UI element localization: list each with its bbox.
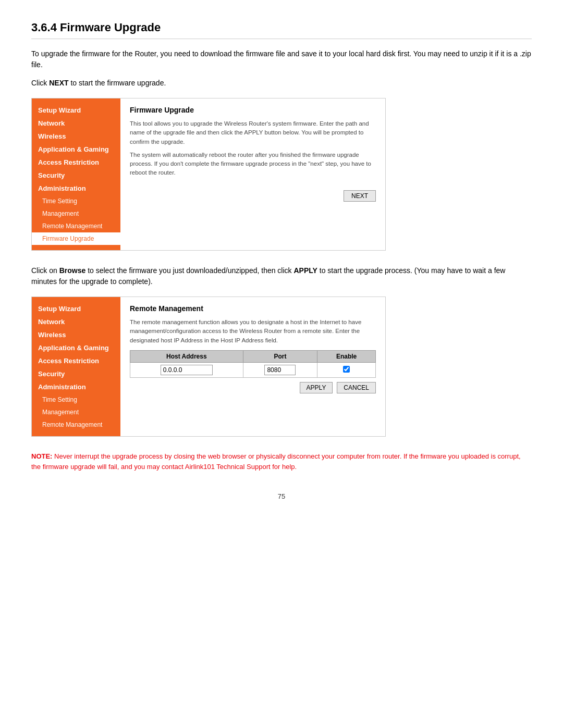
- panel2-title: Remote Management: [130, 304, 376, 313]
- sidebar2-item-time-setting[interactable]: Time Setting: [32, 393, 120, 406]
- port-cell[interactable]: [243, 362, 317, 377]
- sidebar2-item-administration[interactable]: Administration: [32, 380, 120, 393]
- sidebar-item-firmware-upgrade[interactable]: Firmware Upgrade: [32, 232, 120, 245]
- note-label: NOTE:: [31, 452, 52, 460]
- content-panel1: Firmware Upgrade This tool allows you to…: [120, 98, 385, 250]
- panel1-desc2: The system will automatically reboot the…: [130, 151, 376, 178]
- action-buttons: APPLY CANCEL: [130, 382, 376, 393]
- sidebar2-item-access-restriction[interactable]: Access Restriction: [32, 354, 120, 367]
- sidebar-item-administration[interactable]: Administration: [32, 182, 120, 195]
- col-host-address: Host Address: [130, 350, 243, 362]
- sidebar2-item-network[interactable]: Network: [32, 315, 120, 328]
- instruction1: Click NEXT to start the firmware upgrade…: [31, 78, 532, 89]
- sidebar-item-setup-wizard[interactable]: Setup Wizard: [32, 104, 120, 117]
- sidebar2-item-security[interactable]: Security: [32, 367, 120, 380]
- sidebar-item-time-setting[interactable]: Time Setting: [32, 195, 120, 207]
- router-ui-panel1: Setup Wizard Network Wireless Applicatio…: [31, 98, 386, 251]
- table-row: [130, 362, 376, 377]
- apply-bold: APPLY: [293, 266, 317, 275]
- sidebar2-item-wireless[interactable]: Wireless: [32, 328, 120, 341]
- remote-management-table: Host Address Port Enable: [130, 350, 376, 378]
- panel1-title: Firmware Upgrade: [130, 106, 376, 114]
- browse-bold: Browse: [59, 266, 86, 275]
- note-paragraph: NOTE: Never interrupt the upgrade proces…: [31, 451, 532, 472]
- sidebar2-item-app-gaming[interactable]: Application & Gaming: [32, 341, 120, 354]
- instruction2: Click on Browse to select the firmware y…: [31, 265, 532, 287]
- sidebar2-item-management[interactable]: Management: [32, 406, 120, 418]
- sidebar-item-network[interactable]: Network: [32, 117, 120, 130]
- sidebar2: Setup Wizard Network Wireless Applicatio…: [32, 297, 120, 436]
- page-number: 75: [31, 492, 532, 500]
- sidebar-item-management[interactable]: Management: [32, 207, 120, 220]
- next-button[interactable]: NEXT: [344, 190, 376, 202]
- col-enable: Enable: [317, 350, 376, 362]
- note-content: Never interrupt the upgrade process by c…: [31, 452, 521, 471]
- panel2-desc: The remote management function allows yo…: [130, 318, 376, 345]
- sidebar-item-wireless[interactable]: Wireless: [32, 130, 120, 143]
- port-input[interactable]: [264, 365, 296, 375]
- sidebar-item-app-gaming[interactable]: Application & Gaming: [32, 143, 120, 156]
- sidebar1: Setup Wizard Network Wireless Applicatio…: [32, 98, 120, 250]
- col-port: Port: [243, 350, 317, 362]
- sidebar2-item-setup-wizard[interactable]: Setup Wizard: [32, 302, 120, 315]
- host-address-input[interactable]: [161, 365, 213, 375]
- sidebar-item-remote-management[interactable]: Remote Management: [32, 220, 120, 232]
- apply-button[interactable]: APPLY: [300, 382, 333, 393]
- remote-management-table-area: Host Address Port Enable: [130, 350, 376, 393]
- intro-paragraph: To upgrade the firmware for the Router, …: [31, 48, 532, 70]
- page-title: 3.6.4 Firmware Upgrade: [31, 21, 532, 39]
- panel1-desc1: This tool allows you to upgrade the Wire…: [130, 119, 376, 146]
- router-ui-panel2: Setup Wizard Network Wireless Applicatio…: [31, 297, 386, 437]
- host-address-cell[interactable]: [130, 362, 243, 377]
- sidebar-item-access-restriction[interactable]: Access Restriction: [32, 156, 120, 169]
- next-bold: NEXT: [49, 79, 68, 87]
- cancel-button[interactable]: CANCEL: [337, 382, 376, 393]
- enable-cell[interactable]: [317, 362, 376, 377]
- sidebar2-item-remote-management[interactable]: Remote Management: [32, 418, 120, 431]
- sidebar-item-security[interactable]: Security: [32, 169, 120, 182]
- enable-checkbox[interactable]: [343, 366, 350, 373]
- content-panel2: Remote Management The remote management …: [120, 297, 385, 436]
